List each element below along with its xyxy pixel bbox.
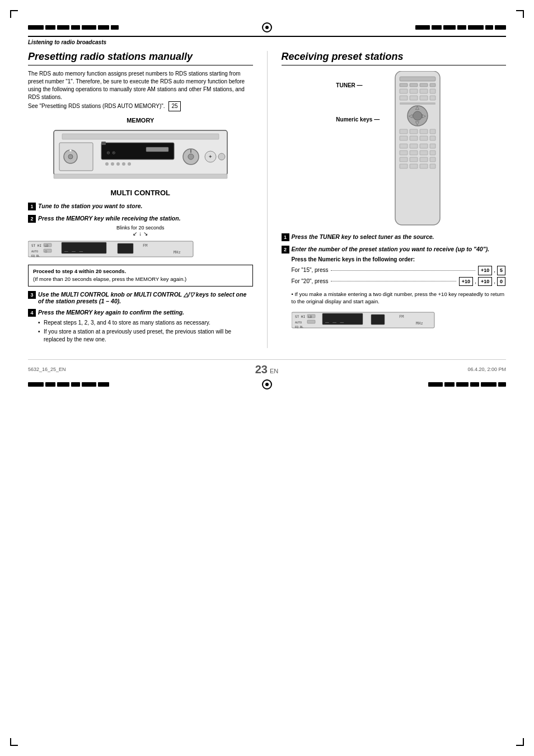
svg-rect-71 [430,151,435,155]
key-box-0: 0 [497,277,505,287]
display-diagram-container: ST HI AUTO EQ BL LD ⬡ _ _ _ [28,239,253,261]
top-bar-left [28,25,260,30]
bar-seg [428,382,443,387]
svg-rect-44 [430,89,435,93]
bar-seg [28,25,44,30]
section-header-text: Listening to radio broadcasts [28,39,106,45]
bar-seg [443,25,456,30]
intro-body-text: The RDS auto memory function assigns pre… [28,70,253,111]
svg-rect-69 [410,151,418,155]
step-2-body: Press the Numeric keys in the following … [292,256,507,334]
svg-text:LD: LD [308,315,312,318]
svg-rect-66 [420,144,428,148]
svg-text:FM: FM [399,314,404,319]
step-4-title: 4 Press the MEMORY key again to confirm … [28,309,253,317]
svg-rect-41 [400,89,407,93]
right-column: Receiving preset stations TUNER — Numeri… [282,51,507,348]
svg-point-4 [68,154,73,159]
right-display-diagram: ST HI AUTO EQ BL LD _ _ _ FM MHz [292,310,507,334]
top-bar-right [274,25,506,30]
tuner-diagram-inner: TUNER — Numeric keys — [336,71,451,228]
svg-point-51 [413,111,422,120]
left-section-title: Presetting radio stations manually [28,51,253,65]
svg-rect-86 [307,320,315,323]
corner-mark-br [516,738,524,746]
svg-rect-45 [400,96,407,100]
bar-seg [444,382,455,387]
bar-seg [98,25,109,30]
intro-text-content: The RDS auto memory function assigns pre… [28,71,245,100]
comma-sep: , [494,266,495,274]
svg-text:△: △ [415,105,419,110]
svg-rect-39 [420,83,428,87]
page-ref-box: 25 [168,101,180,111]
page: Listening to radio broadcasts Presetting… [0,0,534,756]
see-also-text: See "Presetting RDS stations (RDS AUTO M… [28,103,165,109]
bar-seg [498,382,506,387]
bar-seg [432,25,442,30]
bar-seg [45,382,55,387]
svg-rect-43 [420,89,428,93]
svg-rect-58 [420,129,428,134]
step-4-bullets: Repeat steps 1, 2, 3, and 4 to store as … [38,319,253,344]
page-number-suffix: EN [270,368,278,374]
svg-text:EQ BL: EQ BL [31,254,40,257]
svg-rect-76 [400,164,407,168]
bar-seg [495,25,506,30]
press-for-15: For "15", press [292,266,477,274]
bar-seg [71,25,80,30]
svg-point-12 [128,162,131,166]
bottom-dec-bar [28,379,506,389]
step-3-num: 3 [28,291,36,299]
bar-seg [481,382,496,387]
numeric-keys-label: Numeric keys — [336,116,380,123]
svg-rect-60 [400,136,407,140]
bottom-right-text: 06.4.20, 2:00 PM [467,367,506,372]
step-2: 2 Press the MEMORY key while receiving t… [28,215,253,287]
svg-point-9 [111,162,114,166]
bullet-2: If you store a station at a previously u… [38,328,253,344]
svg-text:◁: ◁ [409,113,413,119]
bar-seg [468,25,484,30]
step-1-num: 1 [28,203,36,210]
top-circle [262,22,272,32]
svg-rect-42 [410,89,418,93]
section-header: Listening to radio broadcasts [28,36,506,45]
svg-text:MHz: MHz [174,250,181,255]
step-4-text: Press the MEMORY key again to confirm th… [38,309,184,316]
bottom-left-text: 5632_16_25_EN [28,367,66,372]
bar-seg [456,382,469,387]
svg-point-11 [122,162,125,166]
step-2-title: 2 Press the MEMORY key while receiving t… [28,215,253,223]
svg-rect-36 [400,77,435,81]
bar-seg [71,382,80,387]
proceed-line2-text: (If more than 20 seconds elapse, press t… [33,276,186,282]
svg-rect-56 [400,129,407,134]
bottom-bar-right [274,382,506,387]
svg-rect-20 [146,147,168,152]
press-table-header: Press the Numeric keys in the following … [292,256,507,264]
svg-rect-47 [420,96,428,100]
svg-rect-59 [430,129,435,134]
svg-rect-62 [420,136,428,140]
proceed-line1-text: Proceed to step 4 within 20 seconds. [33,268,126,274]
bar-seg [470,382,479,387]
svg-rect-21 [54,174,227,179]
svg-text:▽: ▽ [415,120,419,126]
step-1: 1 Tune to the station you want to store. [28,203,253,210]
svg-rect-1 [62,134,219,139]
step-3: 3 Use the MULTI CONTROL knob or MULTI CO… [28,291,253,304]
key-box-10-c: +10 [478,277,492,287]
receiver-svg: ◎ ◎ ✦ [51,125,230,186]
key-box-10-b: +10 [459,277,473,287]
svg-rect-73 [410,157,418,162]
memory-diagram-container: MEMORY ◎ ◎ [28,117,253,197]
tuner-labels: TUNER — Numeric keys — [336,71,380,123]
bottom-circle-inner [265,383,269,386]
tuner-diagram: TUNER — Numeric keys — [282,71,507,228]
bar-seg [57,382,69,387]
press-row-20: For "20", press +10 , +10 , 0 [292,277,507,287]
svg-rect-89 [371,314,385,325]
step-1-title: 1 Tune to the station you want to store. [28,203,253,210]
svg-text:ST HI: ST HI [295,314,305,318]
